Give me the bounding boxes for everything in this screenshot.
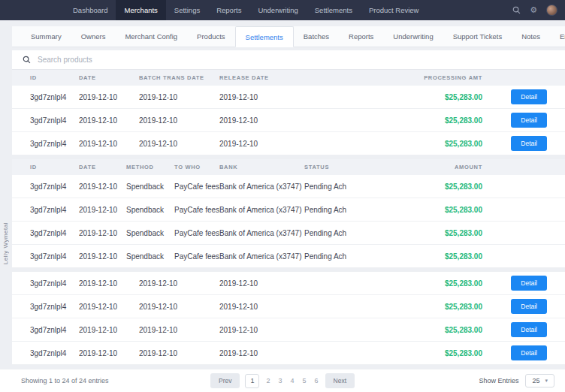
table-row: 3gd7znlpl4 2019-12-10 2019-12-10 2019-12… xyxy=(12,318,565,342)
cell-id: 3gd7znlpl4 xyxy=(30,349,79,357)
detail-button[interactable]: Detail xyxy=(511,89,547,104)
cell-processing-amt: $25,283.00 xyxy=(370,303,482,311)
cell-id: 3gd7znlpl4 xyxy=(30,206,79,214)
cell-bank: Bank of America (x3747) xyxy=(219,206,304,214)
page-number-3[interactable]: 3 xyxy=(276,377,283,384)
cell-date: 2019-12-10 xyxy=(79,93,139,101)
cell-to-who: PayCafe fees xyxy=(174,252,219,261)
settlements-content: ID DATE BATCH TRANS DATE RELEASE DATE PR… xyxy=(12,70,565,365)
cell-status: Pending Ach xyxy=(304,252,370,261)
cell-processing-amt: $25,283.00 xyxy=(370,140,482,148)
col-bank: BANK xyxy=(219,164,304,170)
cell-date: 2019-12-10 xyxy=(79,206,126,214)
cell-method: Spendback xyxy=(126,206,174,214)
search-input[interactable] xyxy=(38,56,554,64)
cell-release-date: 2019-12-10 xyxy=(219,93,370,101)
payout-table: ID DATE METHOD TO WHO BANK STATUS AMOUNT… xyxy=(12,159,565,268)
nav-item-settings[interactable]: Settings xyxy=(166,0,208,20)
col-batch-trans-date: BATCH TRANS DATE xyxy=(139,74,219,81)
tab-owners[interactable]: Owners xyxy=(71,26,116,47)
cell-id: 3gd7znlpl4 xyxy=(30,326,79,334)
detail-button[interactable]: Detail xyxy=(511,322,547,337)
settlement-table-header: ID DATE BATCH TRANS DATE RELEASE DATE PR… xyxy=(12,70,565,86)
cell-id: 3gd7znlpl4 xyxy=(30,252,79,261)
prev-page-button[interactable]: Prev xyxy=(210,373,240,388)
detail-button[interactable]: Detail xyxy=(511,345,547,360)
page-number-2[interactable]: 2 xyxy=(264,377,271,384)
cell-to-who: PayCafe fees xyxy=(174,229,219,237)
cell-batch-trans-date: 2019-12-10 xyxy=(139,116,219,125)
entries-select[interactable]: 25 ▾ xyxy=(525,374,554,387)
col-method: METHOD xyxy=(126,164,174,170)
nav-item-product-review[interactable]: Product Review xyxy=(361,0,428,20)
next-page-button[interactable]: Next xyxy=(325,373,355,388)
tab-emails[interactable]: Emails xyxy=(550,26,565,47)
cell-date: 2019-12-10 xyxy=(79,252,126,261)
page-number-1[interactable]: 1 xyxy=(245,374,259,388)
cell-release-date: 2019-12-10 xyxy=(219,303,370,311)
page-number-6[interactable]: 6 xyxy=(313,377,320,384)
cell-processing-amt: $25,283.00 xyxy=(370,349,482,357)
detail-button[interactable]: Detail xyxy=(511,113,547,128)
col-status: STATUS xyxy=(304,164,370,170)
cell-processing-amt: $25,283.00 xyxy=(370,116,482,125)
settlement-table: ID DATE BATCH TRANS DATE RELEASE DATE PR… xyxy=(12,70,565,155)
table-row: 3gd7znlpl4 2019-12-10 2019-12-10 2019-12… xyxy=(12,272,565,295)
nav-item-underwriting[interactable]: Underwriting xyxy=(249,0,306,20)
cell-id: 3gd7znlpl4 xyxy=(30,116,79,125)
col-id: ID xyxy=(30,164,79,170)
table-row: 3gd7znlpl4 2019-12-10 2019-12-10 2019-12… xyxy=(12,86,565,109)
col-to-who: TO WHO xyxy=(174,164,219,170)
cell-date: 2019-12-10 xyxy=(79,116,139,125)
nav-item-merchants[interactable]: Merchants xyxy=(116,0,165,20)
payout-table-header: ID DATE METHOD TO WHO BANK STATUS AMOUNT xyxy=(12,159,565,175)
page-number-5[interactable]: 5 xyxy=(301,377,308,384)
table-row: 3gd7znlpl4 2019-12-10 Spendback PayCafe … xyxy=(12,222,565,245)
top-navbar: Dashboard Merchants Settings Reports Und… xyxy=(0,0,565,20)
cell-status: Pending Ach xyxy=(304,229,370,237)
cell-batch-trans-date: 2019-12-10 xyxy=(139,303,219,311)
navbar-actions: ⚙ xyxy=(512,0,557,20)
cell-processing-amt: $25,283.00 xyxy=(370,279,482,288)
table-row: 3gd7znlpl4 2019-12-10 2019-12-10 2019-12… xyxy=(12,295,565,318)
col-release-date: RELEASE DATE xyxy=(219,74,370,81)
cell-processing-amt: $25,283.00 xyxy=(370,93,482,101)
cell-batch-trans-date: 2019-12-10 xyxy=(139,93,219,101)
tab-batches[interactable]: Batches xyxy=(294,26,339,47)
cell-release-date: 2019-12-10 xyxy=(219,116,370,125)
tab-settlements[interactable]: Settlements xyxy=(235,26,294,47)
search-icon[interactable] xyxy=(512,6,521,14)
entries-value: 25 xyxy=(532,377,539,384)
tab-merchant-config[interactable]: Merchant Config xyxy=(115,26,187,47)
col-amount: AMOUNT xyxy=(370,164,482,170)
tab-underwriting[interactable]: Underwriting xyxy=(383,26,443,47)
tab-reports[interactable]: Reports xyxy=(339,26,383,47)
page-number-4[interactable]: 4 xyxy=(289,377,295,384)
cell-to-who: PayCafe fees xyxy=(174,206,219,214)
cell-status: Pending Ach xyxy=(304,182,370,191)
cell-bank: Bank of America (x3747) xyxy=(219,182,304,191)
detail-button[interactable]: Detail xyxy=(511,136,547,151)
cell-method: Spendback xyxy=(126,252,174,261)
search-magnifier-icon xyxy=(23,56,31,64)
cell-amount: $25,283.00 xyxy=(370,252,482,261)
gear-icon[interactable]: ⚙ xyxy=(530,6,537,14)
cell-id: 3gd7znlpl4 xyxy=(30,93,79,101)
cell-release-date: 2019-12-10 xyxy=(219,279,370,288)
nav-item-dashboard[interactable]: Dashboard xyxy=(65,0,116,20)
detail-button[interactable]: Detail xyxy=(511,276,547,291)
search-bar xyxy=(12,50,565,70)
cell-date: 2019-12-10 xyxy=(79,349,139,357)
cell-date: 2019-12-10 xyxy=(79,140,139,148)
tab-summary[interactable]: Summary xyxy=(21,26,71,47)
avatar[interactable] xyxy=(546,5,557,16)
tab-support-tickets[interactable]: Support Tickets xyxy=(443,26,512,47)
nav-item-reports[interactable]: Reports xyxy=(208,0,249,20)
show-entries-label: Show Entries xyxy=(479,377,518,384)
cell-release-date: 2019-12-10 xyxy=(219,349,370,357)
nav-item-settlements[interactable]: Settlements xyxy=(307,0,361,20)
tab-products[interactable]: Products xyxy=(187,26,235,47)
tab-notes[interactable]: Notes xyxy=(512,26,550,47)
detail-button[interactable]: Detail xyxy=(511,299,547,314)
cell-amount: $25,283.00 xyxy=(370,206,482,214)
